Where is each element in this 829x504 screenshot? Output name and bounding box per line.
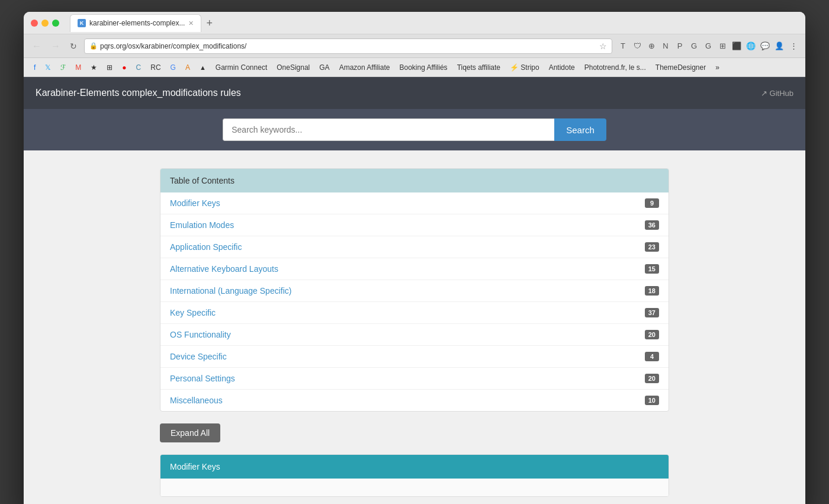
- extension-icon-4[interactable]: ⬛: [731, 40, 743, 52]
- bookmark-antidote[interactable]: Antidote: [545, 62, 579, 73]
- toc-link-key-specific[interactable]: Key Specific: [170, 308, 216, 317]
- bookmark-g[interactable]: G: [166, 62, 180, 73]
- bookmark-star[interactable]: ★: [86, 62, 101, 73]
- toc-badge-emulation-modes: 36: [645, 220, 659, 230]
- toc-item-emulation-modes[interactable]: Emulation Modes 36: [160, 214, 669, 236]
- toc-item-miscellaneous[interactable]: Miscellaneous 10: [160, 390, 669, 411]
- toc-item-application-specific[interactable]: Application Specific 23: [160, 236, 669, 258]
- main-content: Table of Contents Modifier Keys 9 Emulat…: [24, 150, 805, 504]
- bookmark-a[interactable]: A: [181, 62, 194, 73]
- extension-icon-7[interactable]: 👤: [773, 40, 785, 52]
- toc-link-modifier-keys[interactable]: Modifier Keys: [170, 198, 220, 208]
- tab-close-button[interactable]: ✕: [188, 20, 194, 27]
- search-button[interactable]: Search: [554, 118, 606, 141]
- extension-g-icon[interactable]: G: [688, 40, 700, 52]
- menu-button[interactable]: ⋮: [788, 40, 799, 52]
- bookmark-gmail[interactable]: M: [71, 62, 85, 73]
- page-content: Karabiner-Elements complex_modifications…: [24, 77, 805, 504]
- extension-icon-5[interactable]: 🌐: [745, 40, 757, 52]
- forward-button[interactable]: →: [49, 40, 63, 53]
- bookmark-garmin[interactable]: Garmin Connect: [211, 62, 271, 73]
- active-tab[interactable]: K karabiner-elements-complex... ✕: [70, 14, 201, 32]
- toc-badge-application-specific: 23: [645, 242, 659, 252]
- refresh-button[interactable]: ↻: [68, 40, 79, 52]
- close-button[interactable]: [31, 20, 38, 27]
- toc-badge-os-functionality: 20: [645, 330, 659, 339]
- bookmark-phototrend[interactable]: Phototrend.fr, le s...: [580, 62, 650, 73]
- url-text: pqrs.org/osx/karabiner/complex_modificat…: [100, 42, 597, 50]
- bookmark-twitter[interactable]: 𝕏: [41, 62, 55, 73]
- feedly-icon: ℱ: [60, 63, 66, 72]
- booking-label: Booking Affiliés: [399, 63, 447, 72]
- toc-link-os-functionality[interactable]: OS Functionality: [170, 330, 231, 339]
- maximize-button[interactable]: [52, 20, 59, 27]
- toc-badge-personal-settings: 20: [645, 374, 659, 383]
- bookmark-stripo[interactable]: ⚡ Stripo: [506, 62, 544, 73]
- browser-actions: T 🛡 ⊕ N P G G ⊞ ⬛ 🌐 💬 👤 ⋮: [617, 40, 799, 52]
- bookmark-more[interactable]: »: [711, 62, 724, 73]
- bookmark-circle[interactable]: ●: [118, 62, 130, 73]
- toc-item-modifier-keys[interactable]: Modifier Keys 9: [160, 192, 669, 214]
- bookmark-ga[interactable]: GA: [315, 62, 333, 73]
- expand-section: Expand All: [160, 423, 669, 442]
- toc-item-key-specific[interactable]: Key Specific 37: [160, 302, 669, 324]
- extension-icon-6[interactable]: 💬: [759, 40, 771, 52]
- extension-icon-2[interactable]: G: [702, 40, 714, 52]
- bookmark-triangle[interactable]: ▲: [195, 62, 210, 73]
- toc-badge-alternative-keyboard: 15: [645, 264, 659, 274]
- bookmark-feedly[interactable]: ℱ: [56, 62, 70, 73]
- address-bar: ← → ↻ 🔒 pqrs.org/osx/karabiner/complex_m…: [24, 34, 805, 58]
- garmin-label: Garmin Connect: [216, 63, 267, 72]
- toc-item-os-functionality[interactable]: OS Functionality 20: [160, 324, 669, 346]
- modifier-keys-header: Modifier Keys: [160, 455, 669, 479]
- extension-icon-3[interactable]: ⊞: [716, 40, 728, 52]
- toc-link-application-specific[interactable]: Application Specific: [170, 242, 242, 252]
- bookmark-tiqets[interactable]: Tiqets affiliate: [453, 62, 505, 73]
- toc-link-alternative-keyboard[interactable]: Alternative Keyboard Layouts: [170, 264, 278, 274]
- ga-label: GA: [319, 63, 329, 72]
- bookmark-booking[interactable]: Booking Affiliés: [395, 62, 451, 73]
- modifier-keys-body: [160, 479, 669, 496]
- toc-header: Table of Contents: [160, 169, 669, 192]
- search-input[interactable]: [223, 118, 554, 141]
- toc-item-personal-settings[interactable]: Personal Settings 20: [160, 368, 669, 390]
- toc-link-emulation-modes[interactable]: Emulation Modes: [170, 220, 234, 230]
- bookmark-facebook[interactable]: f: [30, 62, 40, 73]
- bookmark-themedesigner[interactable]: ThemeDesigner: [651, 62, 710, 73]
- toc-link-miscellaneous[interactable]: Miscellaneous: [170, 396, 223, 405]
- star-bookmark-icon: ★: [91, 63, 97, 72]
- toc-badge-key-specific: 37: [645, 308, 659, 317]
- star-icon[interactable]: ☆: [599, 41, 607, 51]
- app-title: Karabiner-Elements complex_modifications…: [36, 88, 241, 98]
- expand-all-button[interactable]: Expand All: [160, 423, 220, 442]
- tiqets-label: Tiqets affiliate: [457, 63, 500, 72]
- bookmark-amazon-affiliate[interactable]: Amazon Affiliate: [335, 62, 394, 73]
- tab-favicon: K: [78, 19, 86, 27]
- toc-item-device-specific[interactable]: Device Specific 4: [160, 346, 669, 368]
- extension-shield-icon[interactable]: 🛡: [631, 40, 643, 52]
- extension-icon-1[interactable]: ⊕: [645, 40, 657, 52]
- circle-icon: ●: [122, 63, 126, 72]
- amazon-label: A: [185, 63, 190, 72]
- back-button[interactable]: ←: [30, 40, 44, 53]
- minimize-button[interactable]: [41, 20, 49, 27]
- gmail-icon: M: [75, 63, 81, 72]
- extension-t-icon[interactable]: T: [617, 40, 629, 52]
- toc-badge-international: 18: [645, 286, 659, 296]
- toc-link-international[interactable]: International (Language Specific): [170, 286, 291, 296]
- bookmark-c[interactable]: C: [132, 62, 146, 73]
- toc-item-alternative-keyboard[interactable]: Alternative Keyboard Layouts 15: [160, 258, 669, 280]
- bookmark-rc[interactable]: RC: [146, 62, 165, 73]
- onesignal-label: OneSignal: [277, 63, 310, 72]
- bookmark-onesignal[interactable]: OneSignal: [272, 62, 314, 73]
- bookmark-grid[interactable]: ⊞: [102, 62, 117, 73]
- new-tab-button[interactable]: +: [204, 18, 215, 28]
- extension-n-icon[interactable]: N: [660, 40, 671, 52]
- triangle-icon: ▲: [200, 64, 206, 71]
- toc-link-personal-settings[interactable]: Personal Settings: [170, 374, 235, 383]
- url-bar[interactable]: 🔒 pqrs.org/osx/karabiner/complex_modific…: [84, 38, 612, 54]
- toc-item-international[interactable]: International (Language Specific) 18: [160, 280, 669, 302]
- github-link[interactable]: ↗ GitHub: [761, 89, 793, 98]
- extension-p-icon[interactable]: P: [674, 40, 686, 52]
- toc-link-device-specific[interactable]: Device Specific: [170, 352, 227, 361]
